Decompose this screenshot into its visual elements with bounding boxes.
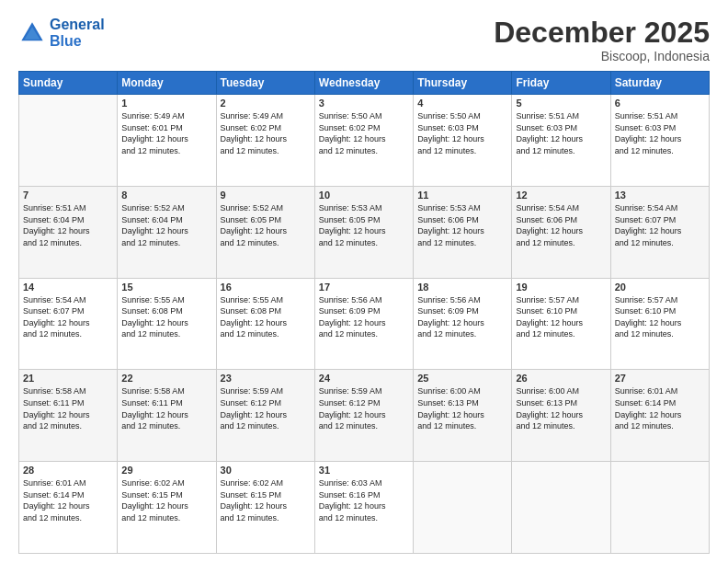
day-info: Sunrise: 5:53 AM Sunset: 6:06 PM Dayligh… — [417, 202, 507, 248]
table-row: 25Sunrise: 6:00 AM Sunset: 6:13 PM Dayli… — [414, 370, 512, 462]
col-saturday: Saturday — [610, 72, 709, 95]
day-number: 11 — [417, 190, 507, 201]
day-info: Sunrise: 6:00 AM Sunset: 6:13 PM Dayligh… — [417, 385, 507, 431]
table-row: 6Sunrise: 5:51 AM Sunset: 6:03 PM Daylig… — [610, 95, 709, 187]
logo-line1: General — [50, 17, 105, 32]
day-number: 31 — [319, 465, 409, 476]
table-row: 13Sunrise: 5:54 AM Sunset: 6:07 PM Dayli… — [610, 186, 709, 278]
table-row: 3Sunrise: 5:50 AM Sunset: 6:02 PM Daylig… — [314, 95, 413, 187]
day-info: Sunrise: 5:51 AM Sunset: 6:03 PM Dayligh… — [615, 110, 705, 156]
table-row: 11Sunrise: 5:53 AM Sunset: 6:06 PM Dayli… — [414, 186, 512, 278]
day-info: Sunrise: 5:52 AM Sunset: 6:05 PM Dayligh… — [221, 202, 311, 248]
table-row: 4Sunrise: 5:50 AM Sunset: 6:03 PM Daylig… — [414, 95, 512, 187]
day-number: 23 — [221, 373, 311, 384]
table-row: 28Sunrise: 6:01 AM Sunset: 6:14 PM Dayli… — [19, 462, 118, 554]
day-number: 30 — [221, 465, 311, 476]
header: General Blue December 2025 Biscoop, Indo… — [18, 17, 710, 63]
day-info: Sunrise: 6:00 AM Sunset: 6:13 PM Dayligh… — [516, 385, 606, 431]
table-row: 20Sunrise: 5:57 AM Sunset: 6:10 PM Dayli… — [610, 278, 709, 370]
table-row: 19Sunrise: 5:57 AM Sunset: 6:10 PM Dayli… — [512, 278, 610, 370]
day-number: 18 — [417, 282, 507, 293]
day-info: Sunrise: 5:58 AM Sunset: 6:11 PM Dayligh… — [121, 385, 211, 431]
day-number: 27 — [615, 373, 705, 384]
location: Biscoop, Indonesia — [494, 49, 710, 63]
table-row: 10Sunrise: 5:53 AM Sunset: 6:05 PM Dayli… — [314, 186, 413, 278]
day-number: 9 — [221, 190, 311, 201]
table-row: 26Sunrise: 6:00 AM Sunset: 6:13 PM Dayli… — [512, 370, 610, 462]
table-row: 8Sunrise: 5:52 AM Sunset: 6:04 PM Daylig… — [118, 186, 216, 278]
table-row — [19, 95, 118, 187]
day-info: Sunrise: 5:57 AM Sunset: 6:10 PM Dayligh… — [615, 294, 705, 340]
day-info: Sunrise: 6:03 AM Sunset: 6:16 PM Dayligh… — [319, 477, 409, 523]
col-sunday: Sunday — [19, 72, 118, 95]
table-row — [414, 462, 512, 554]
day-number: 16 — [221, 282, 311, 293]
table-row: 14Sunrise: 5:54 AM Sunset: 6:07 PM Dayli… — [19, 278, 118, 370]
calendar-week-row: 14Sunrise: 5:54 AM Sunset: 6:07 PM Dayli… — [19, 278, 710, 370]
day-number: 5 — [516, 98, 606, 109]
day-number: 19 — [516, 282, 606, 293]
day-number: 25 — [417, 373, 507, 384]
logo-icon — [18, 19, 46, 47]
day-info: Sunrise: 5:56 AM Sunset: 6:09 PM Dayligh… — [319, 294, 409, 340]
day-number: 24 — [319, 373, 409, 384]
table-row: 12Sunrise: 5:54 AM Sunset: 6:06 PM Dayli… — [512, 186, 610, 278]
day-info: Sunrise: 5:52 AM Sunset: 6:04 PM Dayligh… — [121, 202, 211, 248]
table-row: 17Sunrise: 5:56 AM Sunset: 6:09 PM Dayli… — [314, 278, 413, 370]
col-wednesday: Wednesday — [314, 72, 413, 95]
day-info: Sunrise: 5:58 AM Sunset: 6:11 PM Dayligh… — [23, 385, 113, 431]
calendar-week-row: 1Sunrise: 5:49 AM Sunset: 6:01 PM Daylig… — [19, 95, 710, 187]
day-number: 8 — [121, 190, 211, 201]
day-info: Sunrise: 5:49 AM Sunset: 6:02 PM Dayligh… — [221, 110, 311, 156]
day-info: Sunrise: 5:50 AM Sunset: 6:03 PM Dayligh… — [417, 110, 507, 156]
day-number: 4 — [417, 98, 507, 109]
day-number: 7 — [23, 190, 113, 201]
calendar-week-row: 7Sunrise: 5:51 AM Sunset: 6:04 PM Daylig… — [19, 186, 710, 278]
table-row: 1Sunrise: 5:49 AM Sunset: 6:01 PM Daylig… — [118, 95, 216, 187]
table-row: 29Sunrise: 6:02 AM Sunset: 6:15 PM Dayli… — [118, 462, 216, 554]
table-row — [512, 462, 610, 554]
calendar-header-row: Sunday Monday Tuesday Wednesday Thursday… — [19, 72, 710, 95]
day-number: 29 — [121, 465, 211, 476]
month-title: December 2025 — [494, 17, 710, 49]
day-number: 21 — [23, 373, 113, 384]
day-info: Sunrise: 5:57 AM Sunset: 6:10 PM Dayligh… — [516, 294, 606, 340]
day-info: Sunrise: 5:59 AM Sunset: 6:12 PM Dayligh… — [319, 385, 409, 431]
table-row: 23Sunrise: 5:59 AM Sunset: 6:12 PM Dayli… — [216, 370, 314, 462]
day-info: Sunrise: 5:55 AM Sunset: 6:08 PM Dayligh… — [221, 294, 311, 340]
day-number: 2 — [221, 98, 311, 109]
table-row: 21Sunrise: 5:58 AM Sunset: 6:11 PM Dayli… — [19, 370, 118, 462]
calendar-week-row: 21Sunrise: 5:58 AM Sunset: 6:11 PM Dayli… — [19, 370, 710, 462]
table-row: 24Sunrise: 5:59 AM Sunset: 6:12 PM Dayli… — [314, 370, 413, 462]
day-info: Sunrise: 5:51 AM Sunset: 6:04 PM Dayligh… — [23, 202, 113, 248]
col-tuesday: Tuesday — [216, 72, 314, 95]
table-row: 5Sunrise: 5:51 AM Sunset: 6:03 PM Daylig… — [512, 95, 610, 187]
table-row: 22Sunrise: 5:58 AM Sunset: 6:11 PM Dayli… — [118, 370, 216, 462]
day-info: Sunrise: 5:56 AM Sunset: 6:09 PM Dayligh… — [417, 294, 507, 340]
day-info: Sunrise: 5:54 AM Sunset: 6:07 PM Dayligh… — [615, 202, 705, 248]
table-row: 16Sunrise: 5:55 AM Sunset: 6:08 PM Dayli… — [216, 278, 314, 370]
day-number: 20 — [615, 282, 705, 293]
day-number: 28 — [23, 465, 113, 476]
day-number: 22 — [121, 373, 211, 384]
table-row: 31Sunrise: 6:03 AM Sunset: 6:16 PM Dayli… — [314, 462, 413, 554]
day-info: Sunrise: 5:51 AM Sunset: 6:03 PM Dayligh… — [516, 110, 606, 156]
calendar-table: Sunday Monday Tuesday Wednesday Thursday… — [18, 71, 710, 554]
day-info: Sunrise: 5:55 AM Sunset: 6:08 PM Dayligh… — [121, 294, 211, 340]
day-info: Sunrise: 5:49 AM Sunset: 6:01 PM Dayligh… — [121, 110, 211, 156]
day-number: 15 — [121, 282, 211, 293]
col-friday: Friday — [512, 72, 610, 95]
table-row: 18Sunrise: 5:56 AM Sunset: 6:09 PM Dayli… — [414, 278, 512, 370]
day-number: 12 — [516, 190, 606, 201]
col-monday: Monday — [118, 72, 216, 95]
day-number: 17 — [319, 282, 409, 293]
day-number: 1 — [121, 98, 211, 109]
table-row: 15Sunrise: 5:55 AM Sunset: 6:08 PM Dayli… — [118, 278, 216, 370]
day-number: 14 — [23, 282, 113, 293]
calendar-page: General Blue December 2025 Biscoop, Indo… — [0, 0, 728, 563]
day-info: Sunrise: 6:01 AM Sunset: 6:14 PM Dayligh… — [615, 385, 705, 431]
day-info: Sunrise: 6:01 AM Sunset: 6:14 PM Dayligh… — [23, 477, 113, 523]
table-row: 27Sunrise: 6:01 AM Sunset: 6:14 PM Dayli… — [610, 370, 709, 462]
day-number: 26 — [516, 373, 606, 384]
day-info: Sunrise: 5:53 AM Sunset: 6:05 PM Dayligh… — [319, 202, 409, 248]
